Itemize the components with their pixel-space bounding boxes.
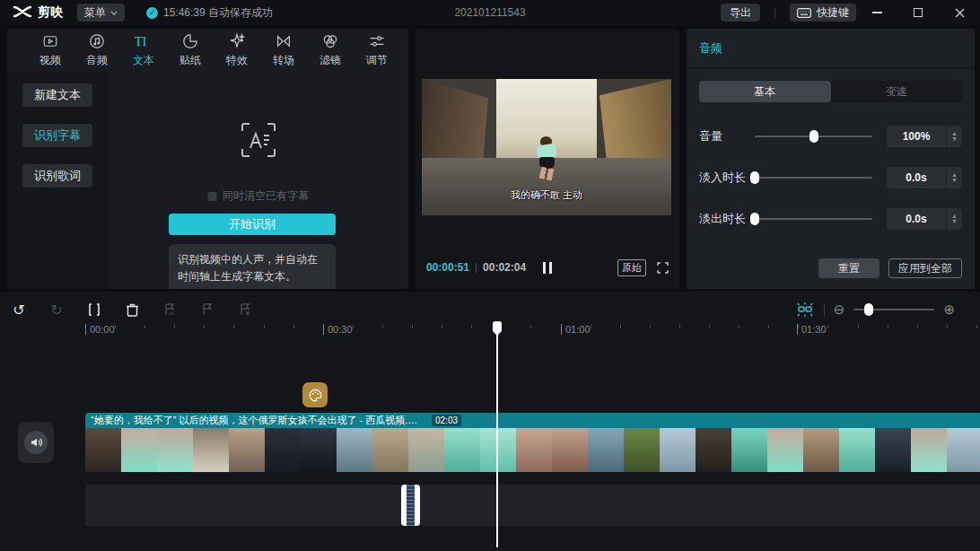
video-clip[interactable]: “她要的，我给不了” 以后的视频，这个俄罗斯女孩不会出现了 - 西瓜视频.mp4… <box>85 413 980 472</box>
video-frame-thumbnail <box>229 428 265 472</box>
audio-tab-0[interactable]: 基本 <box>699 81 831 102</box>
stepper-down-icon: ▼ <box>951 219 958 224</box>
playhead-line <box>496 334 498 547</box>
ruler-label: 01:30 <box>797 324 827 335</box>
undo-button[interactable]: ↺ <box>0 298 38 321</box>
original-quality-button[interactable]: 原始 <box>617 259 646 276</box>
playback-controls: 00:00:51 00:02:04 原始 <box>416 257 679 278</box>
video-preview[interactable]: 我的确不敢 主动 <box>422 79 671 215</box>
fullscreen-button[interactable] <box>657 262 669 274</box>
menu-label: 菜单 <box>84 5 106 21</box>
track-mute-button[interactable] <box>18 422 54 463</box>
subtitle-clip[interactable] <box>401 485 420 526</box>
split-button[interactable] <box>75 298 113 321</box>
checkbox-label: 同时清空已有字幕 <box>223 188 309 204</box>
zoom-in-button[interactable]: ⊕ <box>943 302 955 318</box>
slider-thumb[interactable] <box>750 213 759 225</box>
maximize-icon <box>914 8 923 17</box>
snap-icon <box>795 302 815 318</box>
delete-button[interactable] <box>113 298 151 321</box>
maximize-button[interactable] <box>897 0 939 25</box>
preview-panel: 我的确不敢 主动 00:00:51 00:02:04 原始 <box>416 29 679 289</box>
titlebar: 剪映 菜单 ✓ 15:46:39 自动保存成功 202101211543 导出 … <box>0 0 980 25</box>
video-frame-thumbnail <box>875 428 911 472</box>
stepper-buttons[interactable]: ▲▼ <box>946 208 962 230</box>
marker-add-button[interactable] <box>188 298 226 321</box>
start-recognize-button[interactable]: 开始识别 <box>169 214 336 235</box>
video-frame-thumbnail <box>121 428 157 472</box>
chevron-down-icon <box>110 11 118 15</box>
video-frame-thumbnail <box>444 428 480 472</box>
media-tab-audio[interactable]: 音频 <box>74 32 120 68</box>
video-clip-thumbnails <box>85 428 980 472</box>
sidebar-item-2[interactable]: 识别歌词 <box>22 164 92 188</box>
slider-row-2: 淡出时长0.0s▲▼ <box>699 208 962 230</box>
clip-right-handle[interactable] <box>415 485 420 526</box>
reset-button[interactable]: 重置 <box>818 258 879 278</box>
clip-body[interactable] <box>407 485 415 526</box>
marker-ai-button[interactable]: AI <box>151 298 188 321</box>
media-tab-text[interactable]: TI文本 <box>120 32 167 68</box>
slider-value[interactable]: 100% <box>887 126 946 147</box>
media-tab-video[interactable]: 视频 <box>27 32 74 68</box>
redo-button[interactable]: ↻ <box>38 298 75 321</box>
audio-tab-1[interactable]: 变速 <box>831 81 963 102</box>
media-tab-label: 特效 <box>226 53 248 68</box>
video-clip-duration: 02:03 <box>432 415 461 426</box>
subtitle-scan-icon <box>239 120 278 162</box>
apply-all-button[interactable]: 应用到全部 <box>888 258 962 278</box>
video-frame-thumbnail <box>265 428 301 472</box>
slider-value[interactable]: 0.0s <box>887 208 946 230</box>
playhead[interactable] <box>491 321 503 547</box>
check-icon: ✓ <box>146 7 158 19</box>
audio-panel-title: 音频 <box>687 29 975 68</box>
ruler-label: 00:30 <box>323 324 353 335</box>
timeline-ruler[interactable]: 00:0000:3001:0001:30 <box>0 321 980 341</box>
audio-icon <box>88 32 106 50</box>
zoom-out-button[interactable]: ⊖ <box>834 302 845 318</box>
palette-icon <box>309 389 322 402</box>
time-divider <box>476 263 477 273</box>
menu-button[interactable]: 菜单 <box>77 4 125 22</box>
close-button[interactable] <box>939 0 980 25</box>
slider-thumb[interactable] <box>750 171 759 184</box>
autosave-status: ✓ 15:46:39 自动保存成功 <box>146 5 273 21</box>
media-tab-sticker[interactable]: 贴纸 <box>167 32 214 68</box>
video-frame-thumbnail <box>731 428 767 472</box>
zoom-slider-thumb[interactable] <box>864 303 873 316</box>
video-frame-thumbnail <box>372 428 408 472</box>
audio-panel-tabs: 基本变速 <box>699 81 962 102</box>
video-frame-thumbnail <box>516 428 552 472</box>
video-frame-thumbnail <box>588 428 624 472</box>
snap-toggle-button[interactable] <box>795 302 815 318</box>
stepper-buttons[interactable]: ▲▼ <box>946 126 962 147</box>
checkbox-icon <box>207 192 216 201</box>
slider-track[interactable] <box>755 136 872 137</box>
timeline-zoom-slider[interactable] <box>853 309 934 310</box>
split-icon <box>87 302 101 317</box>
media-tab-effects[interactable]: 特效 <box>214 32 260 68</box>
close-icon <box>955 8 965 18</box>
pause-button[interactable] <box>543 262 552 274</box>
app-logo: 剪映 <box>13 4 63 21</box>
export-button[interactable]: 导出 <box>721 4 760 22</box>
slider-value[interactable]: 0.0s <box>887 167 946 188</box>
minimize-button[interactable] <box>856 0 897 25</box>
shortcuts-label: 快捷键 <box>817 5 849 21</box>
shortcuts-button[interactable]: 快捷键 <box>790 4 856 22</box>
stepper-buttons[interactable]: ▲▼ <box>946 167 962 188</box>
slider-track[interactable] <box>755 218 872 220</box>
clear-existing-checkbox[interactable]: 同时清空已有字幕 <box>207 188 309 204</box>
fullscreen-icon <box>657 262 669 274</box>
media-tab-filter[interactable]: 滤镜 <box>307 32 354 68</box>
media-tab-transition[interactable]: 转场 <box>260 32 307 68</box>
media-tab-adjust[interactable]: 调节 <box>354 32 400 68</box>
slider-thumb[interactable] <box>809 130 818 143</box>
adjustment-marker[interactable] <box>302 382 328 407</box>
sidebar-item-1[interactable]: 识别字幕 <box>22 124 92 147</box>
svg-text:TI: TI <box>135 34 147 48</box>
video-frame-thumbnail <box>337 428 372 472</box>
sidebar-item-0[interactable]: 新建文本 <box>22 83 92 107</box>
slider-track[interactable] <box>755 177 872 179</box>
marker-remove-button[interactable] <box>226 298 264 321</box>
